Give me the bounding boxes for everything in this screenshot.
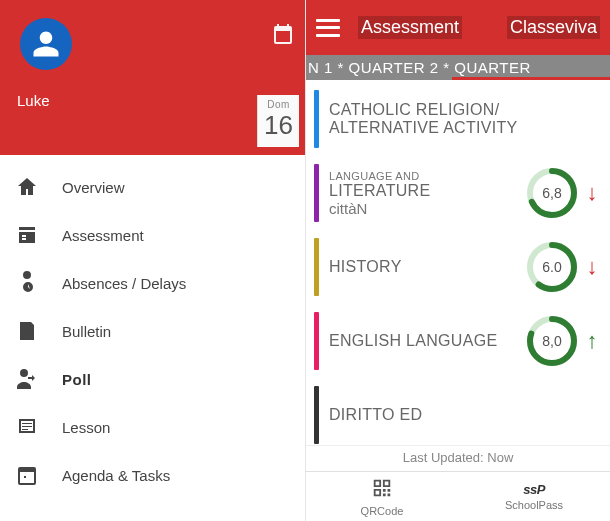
- bulletin-icon: [14, 318, 40, 344]
- sidebar-item-lesson[interactable]: Lesson: [0, 403, 305, 451]
- sidebar-item-label: Absences / Delays: [62, 275, 186, 292]
- subject-color-bar: [314, 164, 319, 222]
- score-gauge: 6,8: [526, 167, 578, 219]
- avatar[interactable]: [20, 18, 72, 70]
- username-label: Luke: [17, 92, 290, 109]
- subject-name: LITERATURE: [329, 182, 520, 200]
- subject-super: LANGUAGE AND: [329, 170, 520, 182]
- subject-name: CATHOLIC RELIGION/ ALTERNATIVE ACTIVITY: [329, 101, 602, 137]
- sidebar-item-home[interactable]: Overview: [0, 163, 305, 211]
- subject-color-bar: [314, 386, 319, 444]
- subject-color-bar: [314, 90, 319, 148]
- score-gauge: 8,0: [526, 315, 578, 367]
- person-icon: [31, 29, 61, 59]
- right-header: Assessment Classeviva: [306, 0, 610, 55]
- brand-label: Classeviva: [507, 16, 600, 39]
- trend-up-icon: ↑: [582, 328, 602, 354]
- trend-down-icon: ↓: [582, 254, 602, 280]
- subject-row[interactable]: DIRITTO ED: [314, 386, 602, 444]
- home-icon: [14, 174, 40, 200]
- sidebar-item-label: Lesson: [62, 419, 110, 436]
- score-gauge: 6.0: [526, 241, 578, 293]
- nav-qrcode[interactable]: QRCode: [306, 472, 458, 521]
- sidebar-item-bulletin[interactable]: Bulletin: [0, 307, 305, 355]
- score-value: 8,0: [526, 315, 578, 367]
- sidebar-item-label: Agenda & Tasks: [62, 467, 170, 484]
- subject-row[interactable]: HISTORY6.0↓: [314, 238, 602, 296]
- sidebar-item-grade[interactable]: Assessment: [0, 211, 305, 259]
- trend-down-icon: ↓: [582, 180, 602, 206]
- subject-row[interactable]: CATHOLIC RELIGION/ ALTERNATIVE ACTIVITY: [314, 90, 602, 148]
- nav-schoolpass[interactable]: ssP SchoolPass: [458, 472, 610, 521]
- poll-icon: [14, 366, 40, 392]
- day-number: 16: [264, 110, 293, 141]
- subject-name: HISTORY: [329, 258, 520, 276]
- agenda-icon: [14, 462, 40, 488]
- subject-row[interactable]: ENGLISH LANGUAGE8,0↑: [314, 312, 602, 370]
- lesson-icon: [14, 414, 40, 440]
- subject-text: LANGUAGE ANDLITERATUREcittàN: [329, 170, 520, 217]
- subject-text: HISTORY: [329, 258, 520, 276]
- nav-schoolpass-label: SchoolPass: [505, 499, 563, 511]
- sidebar-item-poll[interactable]: Poll: [0, 355, 305, 403]
- score-value: 6,8: [526, 167, 578, 219]
- sidebar-item-label: Overview: [62, 179, 125, 196]
- page-title: Assessment: [358, 16, 462, 39]
- left-header: Luke ▼ Dom 16: [0, 0, 305, 155]
- qrcode-icon: [371, 477, 393, 503]
- subject-name: ENGLISH LANGUAGE: [329, 332, 520, 350]
- subject-name: DIRITTO ED: [329, 406, 602, 424]
- bottom-nav: QRCode ssP SchoolPass: [306, 471, 610, 521]
- subject-list: CATHOLIC RELIGION/ ALTERNATIVE ACTIVITYL…: [306, 80, 610, 445]
- absence-icon: [14, 270, 40, 296]
- sidebar-item-absence[interactable]: Absences / Delays: [0, 259, 305, 307]
- left-panel: Luke ▼ Dom 16 OverviewAssessmentAbsences…: [0, 0, 305, 521]
- subject-row[interactable]: LANGUAGE ANDLITERATUREcittàN6,8↓: [314, 164, 602, 222]
- day-tile[interactable]: Dom 16: [257, 95, 299, 147]
- sidebar-item-agenda[interactable]: Agenda & Tasks: [0, 451, 305, 499]
- nav-qrcode-label: QRCode: [361, 505, 404, 517]
- subject-text: CATHOLIC RELIGION/ ALTERNATIVE ACTIVITY: [329, 101, 602, 137]
- score-value: 6.0: [526, 241, 578, 293]
- sidebar-item-label: Poll: [62, 371, 92, 388]
- subject-sub: cittàN: [329, 200, 520, 217]
- right-panel: Assessment Classeviva N 1 * QUARTER 2 * …: [305, 0, 610, 521]
- side-menu: OverviewAssessmentAbsences / DelaysBulle…: [0, 155, 305, 521]
- last-updated-label: Last Updated: Now: [306, 445, 610, 471]
- subject-text: DIRITTO ED: [329, 406, 602, 424]
- sidebar-item-label: Bulletin: [62, 323, 111, 340]
- hamburger-icon[interactable]: [316, 19, 340, 37]
- grade-icon: [14, 222, 40, 248]
- subject-color-bar: [314, 238, 319, 296]
- calendar-icon[interactable]: [271, 22, 295, 46]
- day-of-week: Dom: [264, 99, 293, 110]
- subject-color-bar: [314, 312, 319, 370]
- sidebar-item-label: Assessment: [62, 227, 144, 244]
- subject-text: ENGLISH LANGUAGE: [329, 332, 520, 350]
- schoolpass-icon: ssP: [523, 482, 545, 497]
